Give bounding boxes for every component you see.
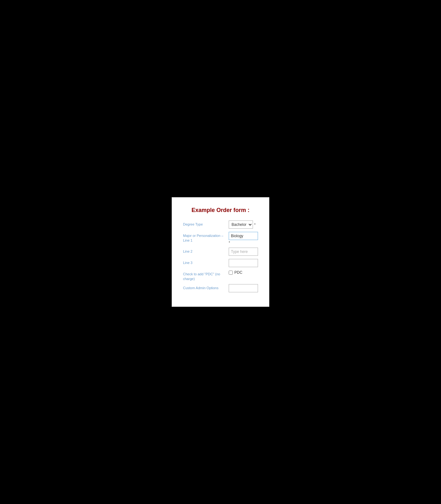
line2-label: Line 2 (183, 248, 229, 254)
line2-input[interactable] (229, 248, 258, 256)
custom-admin-field (229, 284, 258, 292)
line3-input[interactable] (229, 259, 258, 267)
custom-admin-label: Custom Admin Options (183, 284, 229, 290)
degree-type-field: Bachelor of Science Master of Science Ba… (229, 220, 258, 229)
degree-type-label: Degree Type (183, 220, 229, 226)
degree-type-required: * (254, 223, 255, 226)
pdc-label: Check to add "PDC" (no charge) (183, 270, 229, 281)
major-line1-input[interactable] (229, 232, 258, 240)
order-form: Example Order form : Degree Type Bachelo… (172, 197, 269, 307)
degree-type-select[interactable]: Bachelor of Science Master of Science Ba… (229, 220, 253, 229)
pdc-row: Check to add "PDC" (no charge) PDC (183, 270, 258, 281)
custom-admin-row: Custom Admin Options (183, 284, 258, 292)
line3-row: Line 3 (183, 259, 258, 267)
line3-label: Line 3 (183, 259, 229, 265)
line2-field (229, 248, 258, 256)
major-line1-row: Major or Personalization – Line 1 * (183, 232, 258, 244)
custom-admin-input[interactable] (229, 284, 258, 292)
major-line1-field: * (229, 232, 258, 244)
major-required-star: * (229, 241, 258, 244)
degree-type-select-wrapper: Bachelor of Science Master of Science Ba… (229, 220, 258, 229)
major-line1-label: Major or Personalization – Line 1 (183, 232, 229, 243)
pdc-checkbox-label: PDC (234, 270, 242, 275)
pdc-checkbox[interactable] (229, 271, 233, 275)
pdc-field: PDC (229, 270, 258, 275)
line3-field (229, 259, 258, 267)
line2-row: Line 2 (183, 248, 258, 256)
degree-type-row: Degree Type Bachelor of Science Master o… (183, 220, 258, 229)
form-title: Example Order form : (183, 207, 258, 214)
